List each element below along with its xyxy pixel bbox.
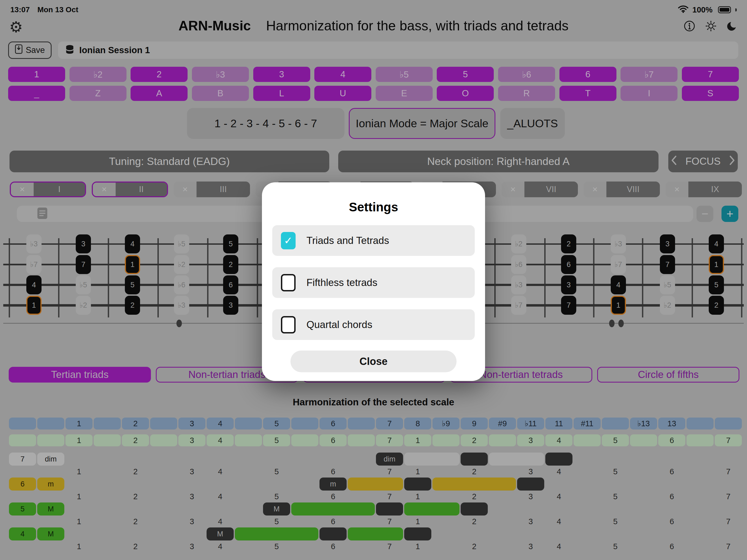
settings-modal-title: Settings <box>262 200 485 214</box>
app-screen: 13:07 Mon 13 Oct 100% ⚙ ARN-Music Harmon… <box>0 0 747 560</box>
settings-option[interactable]: Fifthless tetrads <box>272 267 475 298</box>
settings-option[interactable]: ✓Triads and Tetrads <box>272 225 475 256</box>
close-button[interactable]: Close <box>290 350 457 372</box>
settings-modal: Settings ✓Triads and TetradsFifthless te… <box>262 182 485 381</box>
checkbox-unchecked[interactable] <box>281 274 295 291</box>
checkbox-unchecked[interactable] <box>281 316 295 334</box>
settings-option[interactable]: Quartal chords <box>272 309 475 340</box>
settings-option-label: Quartal chords <box>306 319 372 330</box>
settings-option-label: Triads and Tetrads <box>306 235 389 246</box>
checkbox-checked[interactable]: ✓ <box>281 232 295 249</box>
settings-option-label: Fifthless tetrads <box>306 277 377 288</box>
